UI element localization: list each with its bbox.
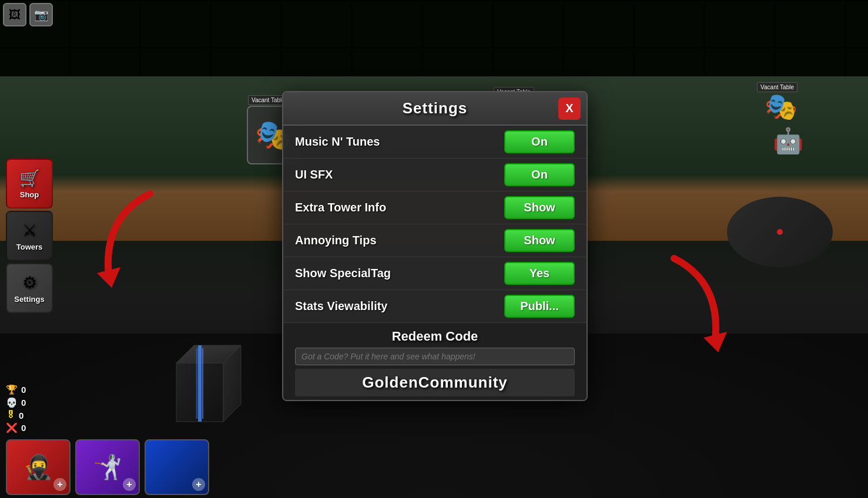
icon-1: 🖼: [3, 3, 26, 26]
stat-x: ❌ 0: [6, 422, 26, 433]
setting-row-special-tag: Show SpecialTag Yes: [283, 257, 587, 290]
setting-row-tower-info: Extra Tower Info Show: [283, 191, 587, 224]
right-avatar-2: 🤖: [773, 126, 803, 155]
settings-label: Settings: [14, 295, 44, 304]
towers-label: Towers: [16, 243, 43, 251]
settings-modal: Settings X Music N' Tunes On UI SFX On E…: [282, 91, 588, 401]
stat-skull: 💀 0: [6, 397, 26, 408]
sfx-label: UI SFX: [295, 168, 333, 181]
redeem-title: Redeem Code: [295, 329, 575, 344]
add-card-2[interactable]: +: [123, 478, 136, 491]
skull-icon: 💀: [6, 397, 18, 408]
modal-close-button[interactable]: X: [558, 97, 581, 120]
modal-header: Settings X: [283, 92, 587, 126]
right-table: [727, 197, 833, 267]
3d-cube: [141, 316, 259, 445]
settings-icon: ⚙: [22, 273, 37, 292]
add-card-1[interactable]: +: [53, 478, 66, 491]
setting-row-annoying-tips: Annoying Tips Show: [283, 224, 587, 257]
annoying-tips-label: Annoying Tips: [295, 234, 377, 247]
stats-viewability-toggle-button[interactable]: Publi...: [504, 295, 575, 318]
shop-icon: 🛒: [19, 169, 40, 188]
shop-label: Shop: [20, 190, 39, 199]
redeem-section: Redeem Code GoldenCommunity: [283, 323, 587, 400]
towers-icon: ⚔: [22, 221, 37, 240]
redeem-input[interactable]: [295, 348, 575, 365]
tower-info-toggle-button[interactable]: Show: [504, 196, 575, 219]
music-label: Music N' Tunes: [295, 135, 380, 149]
special-tag-label: Show SpecialTag: [295, 267, 391, 280]
x-icon: ❌: [6, 422, 18, 433]
redeem-code-text: GoldenCommunity: [362, 374, 508, 391]
sidebar: 🛒 Shop ⚔ Towers ⚙ Settings: [6, 159, 53, 313]
icon-2: 📷: [29, 3, 53, 26]
sidebar-towers-button[interactable]: ⚔ Towers: [6, 211, 53, 261]
annoying-tips-toggle-button[interactable]: Show: [504, 229, 575, 252]
bottom-stats: 🏆 0 💀 0 🎖 0 ❌ 0: [6, 384, 26, 433]
top-left-icons: 🖼 📷: [3, 3, 53, 26]
special-tag-toggle-button[interactable]: Yes: [504, 262, 575, 285]
setting-row-music: Music N' Tunes On: [283, 126, 587, 159]
sfx-toggle-button[interactable]: On: [504, 163, 575, 186]
bottom-card-1[interactable]: 🥷 +: [6, 439, 71, 495]
stat-trophy: 🏆 0: [6, 384, 26, 395]
modal-title: Settings: [403, 99, 468, 117]
tower-info-label: Extra Tower Info: [295, 201, 386, 214]
setting-row-stats-viewability: Stats Viewability Publi...: [283, 290, 587, 323]
stats-viewability-label: Stats Viewability: [295, 300, 387, 313]
bottom-card-3[interactable]: +: [145, 439, 209, 495]
bottom-card-2[interactable]: 🤺 +: [75, 439, 140, 495]
modal-body: Music N' Tunes On UI SFX On Extra Tower …: [283, 126, 587, 400]
sidebar-settings-button[interactable]: ⚙ Settings: [6, 263, 53, 313]
stat-medal: 🎖 0: [6, 410, 26, 420]
bottom-cards: 🥷 + 🤺 + +: [6, 439, 209, 495]
right-avatar-1: 🎭: [765, 91, 797, 122]
setting-row-sfx: UI SFX On: [283, 159, 587, 191]
trophy-icon: 🏆: [6, 384, 18, 395]
sidebar-shop-button[interactable]: 🛒 Shop: [6, 159, 53, 208]
music-toggle-button[interactable]: On: [504, 130, 575, 153]
redeem-code-display: GoldenCommunity: [295, 369, 575, 396]
medal-icon: 🎖: [6, 410, 15, 420]
add-card-3[interactable]: +: [192, 478, 205, 491]
